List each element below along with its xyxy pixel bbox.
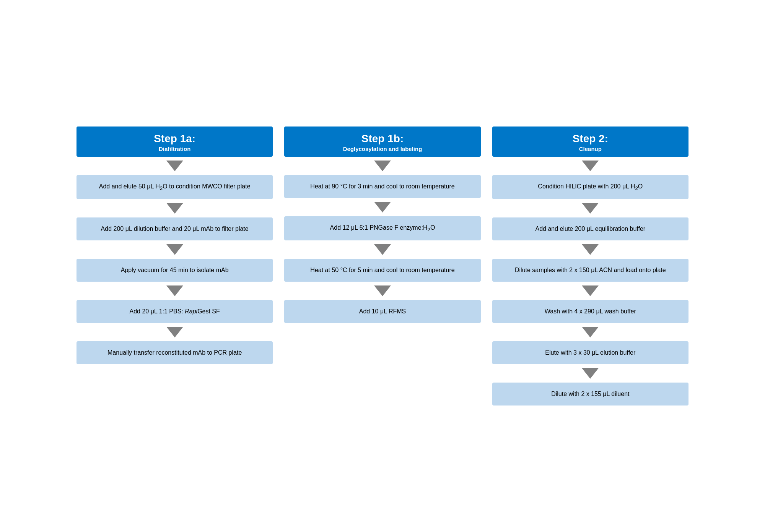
step1a-box4: Add 20 μL 1:1 PBS: RapiGest SF (76, 300, 273, 323)
step2-header: Step 2: Cleanup (492, 127, 688, 157)
arrow-1a-1 (166, 161, 183, 171)
step1a-header: Step 1a: Diafiltration (76, 127, 273, 157)
arrow-1a-3 (166, 244, 183, 255)
arrow-1b-3 (374, 244, 391, 255)
step2-box1: Condition HILIC plate with 200 μL H2O (492, 175, 688, 199)
step1b-box3: Heat at 50 °C for 5 min and cool to room… (284, 259, 480, 282)
arrow-1b-1 (374, 161, 391, 171)
step2-box3: Dilute samples with 2 x 150 μL ACN and l… (492, 259, 688, 282)
arrow-1a-2 (166, 203, 183, 214)
step1a-box2: Add 200 μL dilution buffer and 20 μL mAb… (76, 217, 273, 240)
step2-box2: Add and elute 200 μL equilibration buffe… (492, 217, 688, 240)
column-step2: Step 2: Cleanup Condition HILIC plate wi… (492, 127, 688, 405)
arrow-1a-5 (166, 327, 183, 337)
step1a-title: Step 1a: (80, 133, 269, 145)
arrow-2-6 (582, 368, 599, 379)
arrow-1b-2 (374, 202, 391, 212)
step1a-subtitle: Diafiltration (80, 146, 269, 152)
step1a-box1: Add and elute 50 μL H2O to condition MWC… (76, 175, 273, 199)
step2-box5: Elute with 3 x 30 μL elution buffer (492, 341, 688, 364)
column-step1b: Step 1b: Deglycosylation and labeling He… (284, 127, 480, 323)
step1b-box1: Heat at 90 °C for 3 min and cool to room… (284, 175, 480, 198)
step1a-box5: Manually transfer reconstituted mAb to P… (76, 341, 273, 364)
step2-title: Step 2: (496, 133, 685, 145)
arrow-1b-4 (374, 285, 391, 296)
workflow-container: Step 1a: Diafiltration Add and elute 50 … (76, 127, 688, 405)
step1b-subtitle: Deglycosylation and labeling (288, 146, 477, 152)
step2-subtitle: Cleanup (496, 146, 685, 152)
arrow-2-3 (582, 244, 599, 255)
arrow-2-5 (582, 327, 599, 337)
step1b-title: Step 1b: (288, 133, 477, 145)
step2-box4: Wash with 4 x 290 μL wash buffer (492, 300, 688, 323)
step1a-box3: Apply vacuum for 45 min to isolate mAb (76, 259, 273, 282)
step2-box6: Dilute with 2 x 155 μL diluent (492, 383, 688, 405)
arrow-2-1 (582, 161, 599, 171)
arrow-1a-4 (166, 285, 183, 296)
arrow-2-2 (582, 203, 599, 214)
arrow-2-4 (582, 285, 599, 296)
step1b-box4: Add 10 μL RFMS (284, 300, 480, 323)
step1b-box2: Add 12 μL 5:1 PNGase F enzyme:H2O (284, 216, 480, 240)
step1b-header: Step 1b: Deglycosylation and labeling (284, 127, 480, 157)
column-step1a: Step 1a: Diafiltration Add and elute 50 … (76, 127, 273, 364)
